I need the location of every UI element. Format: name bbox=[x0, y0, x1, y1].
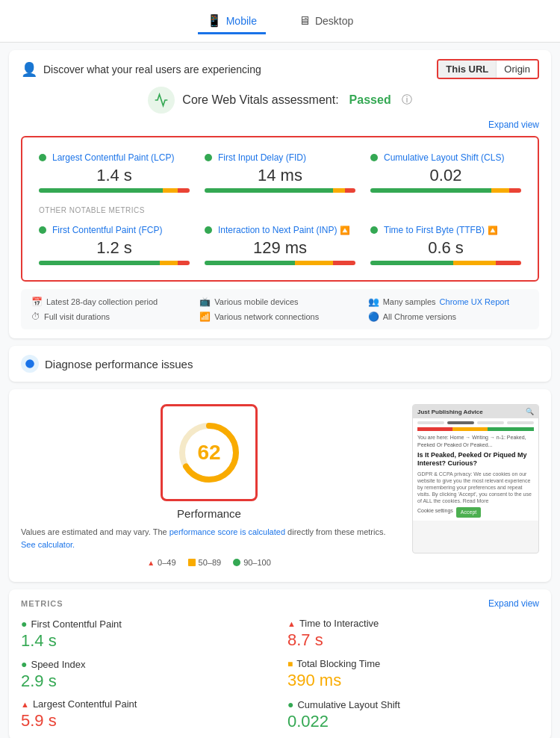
this-url-button[interactable]: This URL bbox=[438, 61, 497, 78]
users-icon: 👤 bbox=[21, 61, 37, 78]
chrome-icon: 🔵 bbox=[368, 311, 379, 322]
fid-bar-orange bbox=[333, 188, 345, 193]
cls-bar-red bbox=[509, 188, 521, 193]
score-ring-container: 62 bbox=[161, 404, 258, 501]
screenshot-header: Just Publishing Advice 🔍 bbox=[413, 405, 538, 418]
cls-value: 0.02 bbox=[370, 166, 521, 185]
cwv-help-icon[interactable]: ⓘ bbox=[402, 93, 412, 107]
diagnose-header: Diagnose performance issues bbox=[21, 355, 539, 373]
cls-bar-green bbox=[370, 188, 491, 193]
fcp-label[interactable]: First Contentful Paint (FCP) bbox=[39, 225, 190, 235]
metrics-section-label: METRICS bbox=[21, 599, 63, 608]
fcp-value: 1.2 s bbox=[39, 238, 190, 258]
ss-nav-3 bbox=[477, 421, 504, 424]
metric-cls: Cumulative Layout Shift (CLS) 0.02 bbox=[363, 146, 529, 199]
bottom-fcp-value: 1.4 s bbox=[21, 631, 273, 651]
tab-mobile[interactable]: 📱 Mobile bbox=[198, 9, 266, 34]
ttfb-label[interactable]: Time to First Byte (TTFB) 🔼 bbox=[370, 225, 521, 235]
inp-value: 129 ms bbox=[205, 238, 355, 258]
ss-title: Is It Peaked, Peeked Or Piqued My Intere… bbox=[417, 451, 534, 468]
users-icon: 👥 bbox=[368, 297, 379, 307]
cls-bar-orange bbox=[491, 188, 509, 193]
bottom-metrics-grid: ● First Contentful Paint 1.4 s ▲ Time to… bbox=[21, 618, 539, 731]
ttfb-bar-orange bbox=[453, 261, 496, 265]
ss-red-bar bbox=[417, 427, 534, 431]
cls-bar bbox=[370, 188, 521, 193]
perf-description: Values are estimated and may vary. The p… bbox=[21, 526, 397, 551]
fid-dot bbox=[205, 154, 212, 161]
ss-cookie-row: Cookie settings Accept bbox=[417, 507, 534, 518]
perf-score-link[interactable]: performance score is calculated bbox=[169, 527, 285, 536]
ss-body-text: GDPR & CCPA privacy: We use cookies on o… bbox=[417, 471, 534, 504]
calendar-icon: 📅 bbox=[31, 297, 43, 307]
inp-bar-green bbox=[205, 261, 295, 265]
bottom-cls: ● Cumulative Layout Shift 0.022 bbox=[287, 698, 539, 731]
ttfb-value: 0.6 s bbox=[370, 238, 521, 258]
bottom-lcp: ▲ Largest Contentful Paint 5.9 s bbox=[21, 698, 273, 731]
ss-nav-2 bbox=[447, 421, 474, 424]
info-collection-period: 📅 Latest 28-day collection period bbox=[31, 297, 192, 307]
fcp-bar-red bbox=[178, 261, 190, 265]
ttfb-bar bbox=[370, 261, 521, 265]
info-chrome-versions: 🔵 All Chrome versions bbox=[368, 311, 529, 322]
cls-label[interactable]: Cumulative Layout Shift (CLS) bbox=[370, 152, 521, 163]
bottom-metrics-section: METRICS Expand view ● First Contentful P… bbox=[9, 589, 551, 738]
metric-fcp: First Contentful Paint (FCP) 1.2 s bbox=[31, 219, 197, 271]
lcp-dot bbox=[39, 154, 46, 161]
bottom-tti-triangle: ▲ bbox=[287, 619, 296, 628]
fcp-bar bbox=[39, 261, 190, 265]
svg-point-0 bbox=[25, 359, 34, 368]
legend-orange: 50–89 bbox=[188, 558, 222, 567]
chrome-ux-link[interactable]: Chrome UX Report bbox=[440, 297, 510, 306]
origin-button[interactable]: Origin bbox=[497, 61, 538, 78]
legend-green: 90–100 bbox=[233, 558, 271, 567]
bottom-fcp: ● First Contentful Paint 1.4 s bbox=[21, 618, 273, 651]
info-footer: 📅 Latest 28-day collection period 📺 Vari… bbox=[21, 289, 539, 329]
desktop-icon: 🖥 bbox=[299, 14, 311, 28]
bottom-lcp-value: 5.9 s bbox=[21, 711, 273, 731]
mobile-icon: 📱 bbox=[207, 13, 222, 28]
screenshot-body: You are here: Home → Writing → n-1: Peak… bbox=[413, 418, 538, 521]
cwv-icon bbox=[148, 87, 175, 114]
ss-nav-1 bbox=[417, 421, 444, 424]
tabs-bar: 📱 Mobile 🖥 Desktop bbox=[0, 0, 560, 43]
cwv-bottom-row: First Contentful Paint (FCP) 1.2 s Inter… bbox=[31, 219, 529, 271]
see-calculator-link[interactable]: See calculator. bbox=[21, 540, 75, 549]
bottom-tti-label: ▲ Time to Interactive bbox=[287, 618, 539, 629]
bottom-si-label: ● Speed Index bbox=[21, 658, 273, 670]
bottom-tti-value: 8.7 s bbox=[287, 630, 539, 650]
ss-accept-btn: Accept bbox=[456, 507, 481, 518]
fid-label[interactable]: First Input Delay (FID) bbox=[205, 152, 355, 163]
bottom-expand-view[interactable]: Expand view bbox=[488, 598, 539, 609]
bottom-tbt-label: ■ Total Blocking Time bbox=[287, 658, 539, 669]
bottom-cls-label: ● Cumulative Layout Shift bbox=[287, 698, 539, 710]
tab-desktop[interactable]: 🖥 Desktop bbox=[290, 10, 362, 34]
lcp-bar-green bbox=[39, 188, 163, 193]
lcp-value: 1.4 s bbox=[39, 166, 190, 185]
ttfb-bar-green bbox=[370, 261, 453, 265]
expand-view-btn[interactable]: Expand view bbox=[21, 118, 539, 136]
cwv-metrics-grid: Largest Contentful Paint (LCP) 1.4 s Fir… bbox=[21, 136, 539, 282]
ss-nav bbox=[417, 421, 534, 424]
perf-desc-plain: Values are estimated and may vary. The bbox=[21, 527, 167, 536]
ss-breadcrumb: You are here: Home → Writing → n-1: Peak… bbox=[417, 434, 534, 449]
fid-value: 14 ms bbox=[205, 166, 355, 185]
bottom-tbt: ■ Total Blocking Time 390 ms bbox=[287, 658, 539, 691]
inp-bar-red bbox=[333, 261, 355, 265]
cwv-top-row: Largest Contentful Paint (LCP) 1.4 s Fir… bbox=[31, 146, 529, 199]
url-origin-toggle: This URL Origin bbox=[437, 59, 539, 79]
fcp-dot bbox=[39, 226, 46, 234]
bottom-tbt-value: 390 ms bbox=[287, 671, 539, 690]
section-title-text: Discover what your real users are experi… bbox=[43, 63, 261, 75]
inp-label[interactable]: Interaction to Next Paint (INP) 🔼 bbox=[205, 225, 355, 235]
metric-inp: Interaction to Next Paint (INP) 🔼 129 ms bbox=[197, 219, 363, 271]
inp-bar bbox=[205, 261, 355, 265]
fcp-bar-orange bbox=[160, 261, 178, 265]
bottom-cls-value: 0.022 bbox=[287, 712, 539, 731]
perf-desc-plain2: directly from these metrics. bbox=[287, 527, 385, 536]
bottom-si: ● Speed Index 2.9 s bbox=[21, 658, 273, 691]
metric-lcp: Largest Contentful Paint (LCP) 1.4 s bbox=[31, 146, 197, 199]
lcp-label[interactable]: Largest Contentful Paint (LCP) bbox=[39, 152, 190, 163]
tab-mobile-label: Mobile bbox=[226, 15, 257, 27]
metrics-header-row: METRICS Expand view bbox=[21, 598, 539, 609]
